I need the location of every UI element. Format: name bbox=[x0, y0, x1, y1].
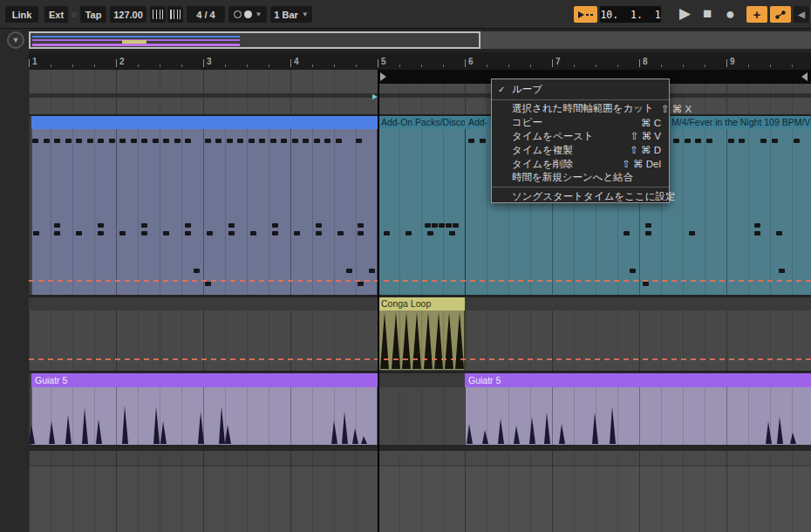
lane-divider bbox=[29, 445, 811, 451]
menu-item-label: ループ bbox=[512, 83, 542, 96]
menu-item[interactable]: タイムをペースト⇧ ⌘ V bbox=[492, 130, 669, 144]
menu-item-label: 選択された時間軸範囲をカット bbox=[512, 102, 654, 115]
menu-item-label: タイムを削除 bbox=[512, 158, 573, 171]
bar-number: 3 bbox=[207, 57, 212, 66]
clip-guitar-left-body[interactable] bbox=[31, 387, 378, 445]
collapse-triangle-icon[interactable]: ▼ bbox=[7, 31, 24, 49]
shaded-region bbox=[378, 451, 811, 532]
bar-tick bbox=[639, 59, 640, 67]
menu-item[interactable]: タイムを削除⇧ ⌘ Del bbox=[492, 157, 669, 171]
record-button[interactable]: ● bbox=[726, 3, 735, 24]
menu-item-shortcut: ⇧ ⌘ X bbox=[654, 103, 692, 115]
bar-number: 2 bbox=[119, 57, 125, 66]
beat-time-ruler[interactable]: 123456789 bbox=[29, 52, 811, 70]
menu-item-label: 時間を新規シーンへと結合 bbox=[512, 171, 633, 184]
back-to-arrangement-button[interactable]: ◀ bbox=[794, 6, 809, 23]
follow-dash-icon bbox=[590, 14, 593, 16]
menu-item-label: タイムを複製 bbox=[512, 144, 573, 157]
menu-item-label: コピー bbox=[512, 116, 542, 129]
chevron-down-icon: ▼ bbox=[256, 10, 262, 18]
bar-tick bbox=[290, 59, 291, 67]
tempo-field[interactable]: 127.00 bbox=[110, 6, 147, 23]
menu-item-label: ソングスタートタイムをここに設定 bbox=[512, 190, 676, 203]
link-button[interactable]: Link bbox=[5, 6, 38, 23]
menu-item-shortcut: ⇧ ⌘ V bbox=[624, 130, 661, 142]
overview-magenta-track bbox=[32, 44, 240, 46]
bar-number: 7 bbox=[555, 57, 561, 66]
menu-item[interactable]: コピー⌘ C bbox=[492, 116, 669, 130]
context-menu: ✓ループ選択された時間軸範囲をカット⇧ ⌘ Xコピー⌘ Cタイムをペースト⇧ ⌘… bbox=[491, 78, 670, 203]
clip-midi-blue-body[interactable] bbox=[31, 129, 378, 295]
metronome-icon bbox=[234, 10, 242, 18]
clip-conga-body[interactable] bbox=[378, 310, 465, 370]
sync-indicator bbox=[72, 12, 77, 17]
clip-addon-packs-header[interactable]: Add-On Packs/Disco bbox=[378, 116, 465, 129]
arrangement-area[interactable]: Add-On Packs/Disco Add- M/4/Fever in the… bbox=[0, 0, 811, 532]
clip-fever-title-start: Add- bbox=[468, 116, 487, 129]
tap-tempo-button[interactable]: Tap bbox=[80, 6, 106, 23]
metronome-button[interactable]: ▼ bbox=[228, 6, 267, 23]
automation-nodes-icon bbox=[774, 10, 787, 20]
stop-button[interactable]: ■ bbox=[703, 3, 712, 24]
nudge-up-icon bbox=[170, 10, 181, 19]
menu-item-shortcut: ⌘ C bbox=[634, 117, 661, 129]
follow-dash-icon bbox=[586, 14, 589, 16]
clip-guitar-right-body[interactable] bbox=[465, 387, 811, 445]
loop-start-marker-icon[interactable] bbox=[380, 72, 386, 81]
plus-icon: + bbox=[753, 7, 761, 22]
scrub-area-2[interactable] bbox=[29, 98, 811, 114]
clip-guitar-right-header[interactable]: Guiatr 5 bbox=[465, 373, 811, 387]
menu-separator bbox=[492, 99, 669, 100]
chevron-down-icon: ▼ bbox=[302, 10, 309, 18]
quantization-menu[interactable]: 1 Bar▼ bbox=[270, 6, 312, 23]
nudge-down-icon bbox=[153, 10, 163, 19]
bar-tick bbox=[726, 59, 727, 67]
app-root: { "toolbar": { "link_label": "Link", "ex… bbox=[0, 0, 811, 532]
bar-tick bbox=[116, 59, 117, 67]
overview-blue-track bbox=[32, 36, 240, 38]
bar-tick bbox=[378, 59, 378, 67]
clip-boundary bbox=[465, 129, 466, 295]
nudge-down-button[interactable] bbox=[150, 6, 166, 23]
bar-number: 1 bbox=[32, 57, 37, 66]
arrangement-position-display[interactable]: 10. 1. 1 bbox=[600, 6, 661, 23]
bar-tick bbox=[29, 59, 30, 67]
time-signature-field[interactable]: 4 / 4 bbox=[187, 6, 225, 23]
menu-item[interactable]: タイムを複製⇧ ⌘ D bbox=[492, 143, 669, 157]
control-bar: Link Ext Tap 127.00 4 / 4 ▼ 1 Bar▼ 10. 1… bbox=[0, 0, 811, 29]
bar-number: 5 bbox=[381, 57, 386, 66]
bar-number: 6 bbox=[468, 57, 474, 66]
follow-button[interactable] bbox=[574, 6, 597, 23]
menu-item[interactable]: ✓ループ bbox=[492, 81, 669, 98]
clip-fever-title-fragment: M/4/Fever in the Night 109 BPM/V bbox=[671, 116, 810, 129]
back-arrow-icon: ◀ bbox=[798, 10, 805, 19]
menu-item[interactable]: 選択された時間軸範囲をカット⇧ ⌘ X bbox=[492, 102, 669, 116]
automation-arm-button[interactable] bbox=[770, 6, 791, 23]
ext-button[interactable]: Ext bbox=[44, 6, 68, 23]
clip-guitar-left-header[interactable]: Guiatr 5 bbox=[31, 373, 378, 387]
insert-marker-line bbox=[378, 70, 379, 532]
bar-number: 8 bbox=[643, 57, 648, 66]
midi-overdub-button[interactable]: + bbox=[746, 6, 767, 23]
bar-number: 4 bbox=[294, 57, 299, 66]
menu-item-shortcut: ⇧ ⌘ D bbox=[623, 144, 661, 156]
menu-separator bbox=[492, 187, 669, 188]
checkmark-icon: ✓ bbox=[498, 85, 505, 94]
loop-end-marker-icon[interactable] bbox=[801, 72, 808, 81]
bar-numbers: 123456789 bbox=[29, 52, 811, 70]
follow-arrow-icon bbox=[578, 11, 584, 18]
menu-item[interactable]: 時間を新規シーンへと結合 bbox=[492, 171, 669, 185]
clip-conga-header[interactable]: Conga Loop bbox=[378, 297, 465, 310]
bar-tick bbox=[552, 59, 553, 67]
nudge-up-button[interactable] bbox=[167, 6, 183, 23]
menu-item[interactable]: ソングスタートタイムをここに設定 bbox=[492, 189, 669, 204]
bar-tick bbox=[203, 59, 204, 67]
menu-item-label: タイムをペースト bbox=[512, 130, 594, 143]
overview-view-box[interactable] bbox=[29, 31, 480, 49]
menu-item-shortcut: ⇧ ⌘ Del bbox=[615, 158, 661, 170]
clip-midi-blue-header[interactable] bbox=[31, 116, 378, 129]
bar-number: 9 bbox=[730, 57, 735, 66]
arrangement-overview[interactable] bbox=[29, 31, 811, 49]
bar-tick bbox=[465, 59, 466, 67]
play-button[interactable]: ▶ bbox=[679, 3, 691, 24]
